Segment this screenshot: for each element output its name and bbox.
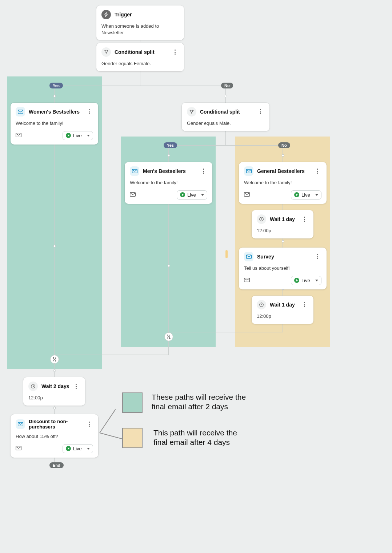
card-title: Survey <box>257 254 274 260</box>
status-label: Live <box>187 192 196 198</box>
card-title: Wait 1 day <box>270 302 295 308</box>
legend-text-green: These paths will receive the final email… <box>152 392 246 412</box>
branch-label-yes: Yes <box>49 83 63 88</box>
flow-add-node[interactable] <box>167 154 170 157</box>
conditional-split-card[interactable]: Conditional split Gender equals Female. <box>96 43 184 71</box>
flow-add-node[interactable] <box>53 245 56 248</box>
mail-icon <box>244 252 253 261</box>
branch-label-no: No <box>278 142 290 148</box>
play-icon <box>66 133 71 138</box>
flow-add-node[interactable] <box>281 240 284 243</box>
card-title: Wait 1 day <box>270 216 295 222</box>
flow-add-node[interactable] <box>167 265 170 267</box>
status-label: Live <box>301 192 310 198</box>
lightning-icon <box>101 10 111 19</box>
flow-add-node[interactable] <box>53 95 56 98</box>
card-description: Welcome to the family! <box>130 179 207 186</box>
more-button[interactable] <box>300 301 308 309</box>
chevron-down-icon <box>201 194 204 196</box>
status-label: Live <box>301 278 310 283</box>
card-title: Discount to non-purchasers <box>29 419 93 430</box>
connector <box>54 355 169 355</box>
more-button[interactable] <box>300 215 308 223</box>
highlight-divider <box>225 250 228 258</box>
more-button[interactable] <box>313 167 321 175</box>
connector <box>168 332 283 332</box>
card-title: Men's Bestsellers <box>143 168 186 174</box>
card-title: Conditional split <box>115 49 155 55</box>
clock-icon <box>257 300 266 309</box>
card-time: 12:00p <box>257 228 308 234</box>
mail-icon <box>16 107 25 116</box>
mail-small-icon <box>130 191 136 198</box>
status-label: Live <box>73 133 82 138</box>
play-icon <box>66 446 71 451</box>
chevron-down-icon <box>315 194 318 196</box>
flow-add-node[interactable] <box>53 370 56 372</box>
merge-node <box>164 332 173 341</box>
card-description: Gender equals Female. <box>101 60 179 67</box>
more-button[interactable] <box>171 48 179 56</box>
mail-icon <box>130 166 139 176</box>
wait-card[interactable]: Wait 1 day 12:00p <box>252 210 313 238</box>
play-icon <box>294 192 299 197</box>
flow-add-node[interactable] <box>281 154 284 157</box>
email-card-general[interactable]: General Bestsellers Welcome to the famil… <box>239 162 327 204</box>
more-button[interactable] <box>85 420 93 428</box>
card-time: 12:00p <box>257 313 308 320</box>
connector <box>168 145 283 146</box>
more-button[interactable] <box>256 108 264 116</box>
more-button[interactable] <box>72 382 80 390</box>
split-icon <box>101 47 111 57</box>
legend-connector <box>100 432 122 439</box>
chevron-down-icon <box>87 448 90 450</box>
mail-small-icon <box>16 132 21 139</box>
status-dropdown[interactable]: Live <box>291 276 321 285</box>
legend-connector <box>99 409 116 433</box>
status-dropdown[interactable]: Live <box>63 131 93 140</box>
branch-label-no: No <box>221 83 233 88</box>
mail-small-icon <box>16 445 21 452</box>
chevron-down-icon <box>87 135 90 137</box>
card-description: Welcome to the family! <box>244 179 321 186</box>
legend-swatch-green <box>122 392 143 413</box>
clock-icon <box>28 382 38 391</box>
play-icon <box>294 278 299 283</box>
card-time: 12:00p <box>28 395 80 401</box>
trigger-card[interactable]: Trigger When someone is added to Newslet… <box>96 5 184 40</box>
legend-text-yellow: This path will receive the final email a… <box>153 428 248 447</box>
connector <box>168 341 169 355</box>
card-title: General Bestsellers <box>257 168 305 174</box>
email-card-discount[interactable]: Discount to non-purchasers How about 15%… <box>11 414 98 458</box>
merge-node <box>50 355 59 364</box>
card-title: Conditional split <box>200 109 240 115</box>
card-description: Welcome to the family! <box>16 120 93 127</box>
flow-add-node[interactable] <box>53 407 56 410</box>
more-button[interactable] <box>85 108 93 116</box>
card-description: How about 15% off? <box>16 433 93 440</box>
connector <box>54 86 226 86</box>
status-dropdown[interactable]: Live <box>63 444 93 453</box>
wait-card[interactable]: Wait 1 day 12:00p <box>252 296 313 324</box>
mail-small-icon <box>244 191 250 198</box>
clock-icon <box>257 214 266 224</box>
status-dropdown[interactable]: Live <box>291 190 321 200</box>
email-card-men[interactable]: Men's Bestsellers Welcome to the family!… <box>125 162 212 204</box>
card-title: Wait 2 days <box>41 383 69 389</box>
mail-icon <box>244 166 253 176</box>
email-card-survey[interactable]: Survey Tell us about yourself! Live <box>239 248 327 289</box>
more-button[interactable] <box>199 167 207 175</box>
flow-add-node[interactable] <box>224 95 227 98</box>
conditional-split-card[interactable]: Conditional split Gender equals Male. <box>182 103 269 131</box>
branch-label-yes: Yes <box>164 142 177 148</box>
wait-card[interactable]: Wait 2 days 12:00p <box>23 377 85 406</box>
card-description: Gender equals Male. <box>187 120 264 127</box>
card-title: Trigger <box>115 12 132 17</box>
email-card-women[interactable]: Women's Bestsellers Welcome to the famil… <box>11 103 98 145</box>
card-description: When someone is added to Newsletter <box>101 23 179 36</box>
more-button[interactable] <box>313 253 321 261</box>
chevron-down-icon <box>315 280 318 281</box>
mail-icon <box>16 419 25 429</box>
status-dropdown[interactable]: Live <box>177 190 207 200</box>
mail-small-icon <box>244 277 250 284</box>
